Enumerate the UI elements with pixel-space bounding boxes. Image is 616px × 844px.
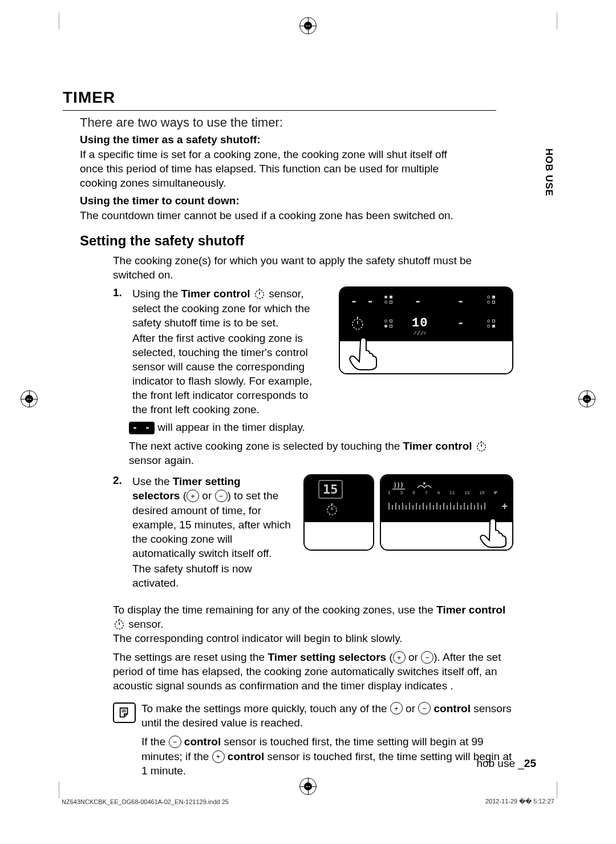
timer-display-badge: - - bbox=[129, 422, 155, 434]
heat-icon bbox=[392, 480, 407, 490]
step1-sub-text: - - will appear in the timer display. bbox=[129, 420, 513, 434]
bold-text: control bbox=[434, 702, 471, 714]
minus-icon: − bbox=[418, 702, 431, 714]
timer-icon bbox=[253, 288, 266, 300]
section-intro: The cooking zone(s) for which you want t… bbox=[113, 253, 478, 282]
registration-mark-icon bbox=[578, 390, 595, 407]
text: To display the time remaining for any of… bbox=[113, 604, 436, 616]
plus-icon: + bbox=[212, 750, 225, 763]
svg-point-0 bbox=[256, 290, 264, 299]
registration-mark-icon bbox=[299, 17, 317, 34]
text: sensor. bbox=[125, 618, 164, 630]
print-filename: NZ643NCKCBK_EE_DG68-00461A-02_EN-121129.… bbox=[62, 798, 229, 805]
timer-icon bbox=[325, 503, 339, 516]
timer-display: - - bbox=[350, 294, 375, 309]
zone-display: - bbox=[457, 294, 465, 309]
side-tab-label: HOB USE bbox=[543, 148, 554, 196]
print-timestamp: 2012-11-29 �� 5:12:27 bbox=[485, 798, 554, 805]
timer-display: 15 bbox=[323, 482, 338, 496]
footer-label: hob use _ bbox=[476, 757, 524, 769]
zone-indicator-icon bbox=[384, 320, 393, 328]
zone-indicator-icon bbox=[384, 296, 393, 304]
crop-mark-icon bbox=[59, 781, 59, 798]
plus-icon: + bbox=[187, 490, 199, 502]
bold-text: Timer control bbox=[181, 288, 250, 300]
section-heading: Setting the safety shutoff bbox=[80, 233, 513, 249]
crop-mark-icon bbox=[557, 781, 557, 798]
timer-icon bbox=[475, 440, 488, 453]
zone-indicator-icon bbox=[487, 320, 496, 328]
plus-icon: + bbox=[393, 651, 406, 664]
registration-mark-icon bbox=[299, 778, 317, 795]
subheading-shutoff: Using the timer as a safety shutoff: bbox=[80, 134, 513, 146]
step1-text: Using the Timer control sensor, select t… bbox=[132, 286, 326, 417]
glow-icon bbox=[413, 330, 427, 336]
timer-icon bbox=[113, 618, 125, 631]
slider-scale-icon bbox=[388, 499, 513, 512]
subheading-countdown: Using the timer to count down: bbox=[80, 195, 513, 207]
body-text: The countdown timer cannot be used if a … bbox=[80, 208, 468, 223]
control-panel-illustration-2: 15 13579111315P bbox=[303, 474, 513, 551]
zone-display: - bbox=[414, 294, 422, 309]
text: or bbox=[406, 651, 421, 663]
step2-text: Use the Timer setting selectors (+ or −)… bbox=[132, 474, 291, 590]
step-number: 2. bbox=[113, 474, 127, 487]
hand-pointing-icon bbox=[343, 337, 383, 371]
page-title: TIMER bbox=[63, 88, 496, 111]
svg-point-43 bbox=[115, 621, 124, 629]
plus-icon: + bbox=[390, 702, 403, 714]
plus-label: + bbox=[501, 500, 508, 512]
text: The next active cooking zone is selected… bbox=[129, 440, 403, 452]
text: The safety shutoff is now activated. bbox=[132, 562, 291, 590]
zone-display: 10 bbox=[412, 316, 428, 330]
text: or bbox=[199, 490, 214, 502]
intro-text: There are two ways to use the timer: bbox=[80, 115, 513, 130]
svg-point-13 bbox=[423, 482, 425, 484]
text: After the first active cooking zone is s… bbox=[132, 331, 326, 417]
zone-indicator-icon bbox=[487, 296, 496, 304]
slider-labels: 13579111315P bbox=[388, 490, 497, 495]
note-block: To make the settings more quickly, touch… bbox=[113, 701, 513, 778]
text: To make the settings more quickly, touch… bbox=[141, 702, 390, 714]
registration-mark-icon bbox=[21, 390, 38, 407]
hand-pointing-icon bbox=[475, 518, 510, 548]
text: If the bbox=[141, 736, 169, 748]
keep-warm-icon bbox=[416, 480, 432, 490]
body-text: If a specific time is set for a cooking … bbox=[80, 147, 468, 190]
text: sensor again. bbox=[129, 454, 194, 466]
text: ( bbox=[386, 651, 393, 663]
minus-icon: − bbox=[421, 651, 433, 664]
text: Use the bbox=[132, 475, 173, 487]
page-number: 25 bbox=[524, 757, 536, 769]
zone-display: - bbox=[457, 316, 465, 330]
text: ( bbox=[180, 490, 187, 502]
bold-text: Timer control bbox=[436, 604, 505, 616]
text: Using the bbox=[132, 288, 181, 300]
text: or bbox=[403, 702, 418, 714]
page-footer: hob use _25 bbox=[476, 757, 536, 770]
step-number: 1. bbox=[113, 286, 127, 299]
bold-text: control bbox=[228, 750, 264, 762]
note-line-2: If the − control sensor is touched first… bbox=[141, 734, 513, 778]
bold-text: Timer setting selectors bbox=[268, 651, 386, 663]
text: The corresponding control indicator will… bbox=[113, 631, 513, 645]
after-text-1: To display the time remaining for any of… bbox=[113, 603, 513, 645]
text: will appear in the timer display. bbox=[155, 421, 305, 433]
control-panel-illustration-1: - - - - 10 - bbox=[339, 286, 513, 374]
bold-text: control bbox=[184, 736, 221, 748]
text: The settings are reset using the bbox=[113, 651, 268, 663]
note-icon bbox=[113, 702, 136, 723]
note-line-1: To make the settings more quickly, touch… bbox=[141, 701, 513, 730]
minus-icon: − bbox=[215, 490, 228, 502]
after-text-2: The settings are reset using the Timer s… bbox=[113, 650, 513, 693]
crop-mark-icon bbox=[59, 13, 59, 30]
crop-mark-icon bbox=[557, 13, 557, 30]
timer-icon bbox=[350, 316, 365, 331]
bold-text: Timer control bbox=[403, 440, 472, 452]
minus-icon: − bbox=[169, 736, 181, 748]
step1-sub-text2: The next active cooking zone is selected… bbox=[129, 439, 513, 467]
